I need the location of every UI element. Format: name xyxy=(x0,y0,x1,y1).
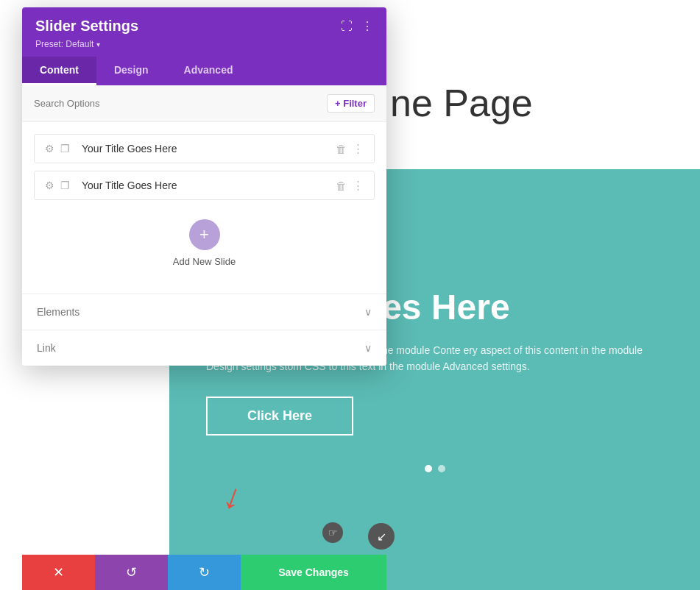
redo-button[interactable]: ↻ xyxy=(168,555,241,590)
preset-arrow-icon: ▾ xyxy=(96,40,100,49)
dot-2[interactable] xyxy=(438,465,445,472)
slide-item-icons: ⚙ ❐ xyxy=(45,143,70,154)
slides-list: ⚙ ❐ Your Title Goes Here 🗑 ⋮ ⚙ ❐ Your Ti… xyxy=(22,122,386,294)
page-title: ne Page xyxy=(390,81,533,125)
cta-button[interactable]: Click Here xyxy=(206,397,353,436)
trash-icon[interactable]: 🗑 xyxy=(336,143,347,155)
search-bar: + Filter xyxy=(22,85,386,122)
fullscreen-icon[interactable]: ⛶ xyxy=(341,20,353,33)
tab-advanced[interactable]: Advanced xyxy=(166,57,251,85)
undo-button[interactable]: ↺ xyxy=(95,555,168,590)
slide-item-actions: 🗑 ⋮ xyxy=(336,142,364,155)
panel-tabs: Content Design Advanced xyxy=(22,57,386,85)
panel-body: + Filter ⚙ ❐ Your Title Goes Here 🗑 ⋮ ⚙ xyxy=(22,85,386,366)
elements-label: Elements xyxy=(37,306,79,318)
panel-header-top: Slider Settings ⛶ ⋮ xyxy=(35,18,373,35)
filter-button[interactable]: + Filter xyxy=(327,94,375,113)
more-options-icon[interactable]: ⋮ xyxy=(361,19,373,33)
preset-text: Preset: Default xyxy=(35,39,93,49)
bottom-toolbar: ✕ ↺ ↻ Save Changes xyxy=(22,555,386,590)
settings-icon[interactable]: ⚙ xyxy=(45,143,54,154)
slide-item: ⚙ ❐ Your Title Goes Here 🗑 ⋮ xyxy=(34,134,375,163)
duplicate-icon-2[interactable]: ❐ xyxy=(60,180,70,191)
slide-item-title-2: Your Title Goes Here xyxy=(82,180,336,191)
dots-icon-2[interactable]: ⋮ xyxy=(353,179,364,192)
link-section[interactable]: Link ∨ xyxy=(22,330,386,366)
dot-1[interactable] xyxy=(425,465,432,472)
link-label: Link xyxy=(37,342,56,354)
slide-item-icons-2: ⚙ ❐ xyxy=(45,180,70,191)
panel-title: Slider Settings xyxy=(35,18,138,35)
dots-icon[interactable]: ⋮ xyxy=(353,142,364,155)
help-button[interactable]: ↙ xyxy=(368,523,395,550)
panel-header: Slider Settings ⛶ ⋮ Preset: Default ▾ xyxy=(22,7,386,57)
search-input[interactable] xyxy=(34,98,327,109)
slide-item-actions-2: 🗑 ⋮ xyxy=(336,179,364,192)
panel-header-icons: ⛶ ⋮ xyxy=(341,19,373,33)
link-chevron-icon: ∨ xyxy=(364,342,372,354)
settings-icon-2[interactable]: ⚙ xyxy=(45,180,54,191)
add-new-slide-button[interactable]: + xyxy=(189,219,220,250)
tab-design[interactable]: Design xyxy=(96,57,166,85)
preset-label[interactable]: Preset: Default ▾ xyxy=(35,39,373,49)
slider-dots xyxy=(206,465,663,472)
slide-item: ⚙ ❐ Your Title Goes Here 🗑 ⋮ xyxy=(34,171,375,200)
tab-content[interactable]: Content xyxy=(22,57,96,85)
save-button[interactable]: Save Changes xyxy=(241,555,386,590)
slide-item-title: Your Title Goes Here xyxy=(82,143,336,154)
elements-section[interactable]: Elements ∨ xyxy=(22,294,386,330)
cursor-indicator: ☞ xyxy=(322,522,343,543)
cancel-button[interactable]: ✕ xyxy=(22,555,95,590)
elements-chevron-icon: ∨ xyxy=(364,306,372,318)
modal-panel: Slider Settings ⛶ ⋮ Preset: Default ▾ Co… xyxy=(22,7,386,366)
trash-icon-2[interactable]: 🗑 xyxy=(336,180,347,192)
add-slide-area: + Add New Slide xyxy=(34,207,375,282)
duplicate-icon[interactable]: ❐ xyxy=(60,143,70,154)
add-slide-label: Add New Slide xyxy=(173,256,236,267)
